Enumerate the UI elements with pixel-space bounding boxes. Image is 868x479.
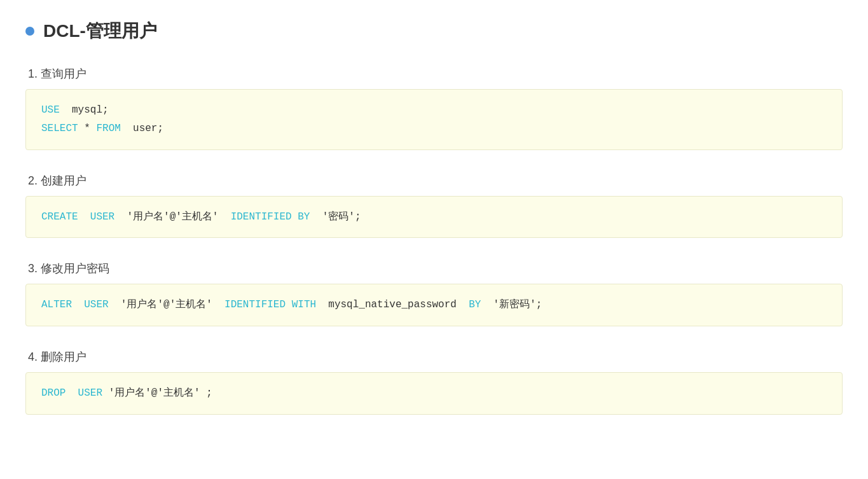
keyword: CREATE — [41, 211, 78, 223]
code-text: '用户名'@'主机名' — [109, 387, 200, 399]
keyword: USER — [90, 211, 114, 223]
section-header: 1. 查询用户 — [25, 66, 843, 81]
code-text: '密码' — [322, 211, 355, 223]
section-section-1: 1. 查询用户USE mysql; SELECT * FROM user; — [25, 66, 843, 150]
code-text — [218, 211, 230, 223]
keyword: DROP — [41, 387, 65, 399]
keyword: USE — [41, 104, 60, 116]
code-text — [310, 211, 322, 223]
code-text: ; — [536, 299, 542, 310]
code-line: USE mysql; — [41, 104, 109, 116]
code-line: DROP USER '用户名'@'主机名' ; — [41, 387, 212, 399]
code-text — [102, 387, 109, 399]
code-text — [78, 211, 90, 223]
sections-container: 1. 查询用户USE mysql; SELECT * FROM user;2. … — [25, 66, 843, 415]
keyword: IDENTIFIED — [224, 299, 286, 310]
code-block: CREATE USER '用户名'@'主机名' IDENTIFIED BY '密… — [25, 196, 843, 239]
code-text: '用户名'@'主机名' — [127, 211, 218, 223]
section-section-3: 3. 修改用户密码ALTER USER '用户名'@'主机名' IDENTIFI… — [25, 261, 843, 326]
code-block: ALTER USER '用户名'@'主机名' IDENTIFIED WITH m… — [25, 284, 843, 326]
code-block: USE mysql; SELECT * FROM user; — [25, 89, 843, 150]
code-block: DROP USER '用户名'@'主机名' ; — [25, 372, 843, 415]
code-text — [286, 299, 292, 310]
page-title: DCL-管理用户 — [43, 19, 157, 43]
code-text — [114, 211, 127, 223]
keyword: USER — [84, 299, 108, 310]
section-header: 2. 创建用户 — [25, 173, 843, 188]
page-title-block: DCL-管理用户 — [25, 19, 843, 43]
keyword: IDENTIFIED — [231, 211, 292, 223]
code-text — [109, 299, 121, 310]
section-header: 4. 删除用户 — [25, 349, 843, 364]
code-line: CREATE USER '用户名'@'主机名' IDENTIFIED BY '密… — [41, 211, 361, 223]
keyword: SELECT — [41, 123, 78, 134]
section-section-4: 4. 删除用户DROP USER '用户名'@'主机名' ; — [25, 349, 843, 415]
code-text: ; — [200, 387, 212, 399]
code-line: ALTER USER '用户名'@'主机名' IDENTIFIED WITH m… — [41, 299, 542, 310]
code-text — [212, 299, 224, 310]
keyword: ALTER — [41, 299, 72, 310]
code-line: SELECT * FROM user; — [41, 123, 163, 134]
code-text — [292, 211, 298, 223]
page-container: DCL-管理用户 1. 查询用户USE mysql; SELECT * FROM… — [25, 19, 843, 415]
keyword: FROM — [96, 123, 120, 134]
code-text: mysql; — [60, 104, 109, 116]
keyword: WITH — [292, 299, 316, 310]
keyword: USER — [78, 387, 102, 399]
code-text — [481, 299, 493, 310]
code-text: * — [78, 123, 97, 134]
code-text: '用户名'@'主机名' — [121, 299, 212, 310]
title-dot-icon — [25, 27, 34, 36]
keyword: BY — [469, 299, 481, 310]
section-header: 3. 修改用户密码 — [25, 261, 843, 276]
code-text: ; — [355, 211, 361, 223]
keyword: BY — [298, 211, 310, 223]
code-text: user; — [121, 123, 163, 134]
code-text — [65, 387, 78, 399]
code-text: mysql_native_password — [316, 299, 469, 310]
section-section-2: 2. 创建用户CREATE USER '用户名'@'主机名' IDENTIFIE… — [25, 173, 843, 239]
code-text: '新密码' — [493, 299, 536, 310]
code-text — [72, 299, 84, 310]
